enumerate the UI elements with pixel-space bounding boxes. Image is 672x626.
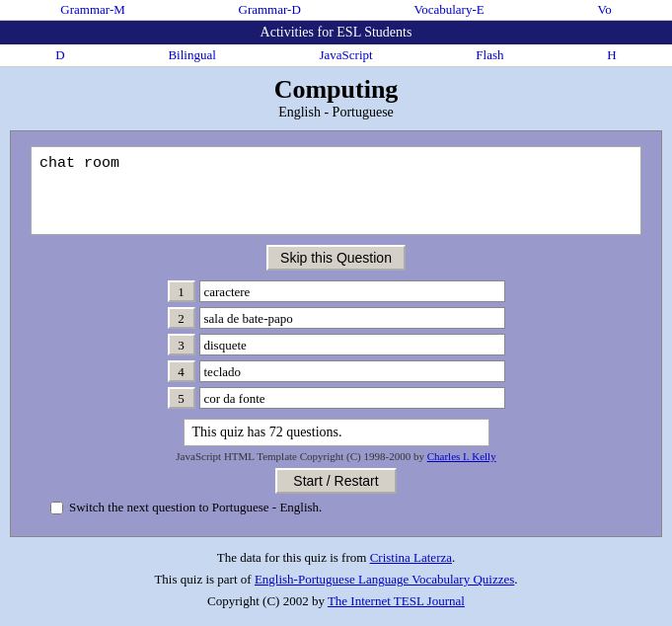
answer-text-5[interactable]: cor da fonte xyxy=(199,387,505,409)
answers-section: 1 caractere 2 sala de bate-papo 3 disque… xyxy=(31,280,641,409)
answer-row-1: 1 caractere xyxy=(168,280,505,302)
switch-row: Switch the next question to Portuguese -… xyxy=(50,500,622,515)
answer-text-1[interactable]: caractere xyxy=(199,280,505,302)
skip-button-row: Skip this Question xyxy=(31,245,641,271)
answer-button-3[interactable]: 3 xyxy=(168,334,195,355)
switch-checkbox[interactable] xyxy=(50,502,63,514)
copyright-author-link[interactable]: Charles I. Kelly xyxy=(427,450,496,462)
footer-period-2: . xyxy=(514,572,517,587)
topnav-vocabulary-e[interactable]: Vocabulary-E xyxy=(413,2,484,18)
footer-line-1: The data for this quiz is from Cristina … xyxy=(0,547,672,569)
footer-author-link[interactable]: Cristina Laterza xyxy=(370,550,452,565)
answer-row-3: 3 disquete xyxy=(168,334,505,355)
subnav-h[interactable]: H xyxy=(607,47,616,63)
answer-row-4: 4 teclado xyxy=(168,360,505,382)
footer-line-2: This quiz is part of English-Portuguese … xyxy=(0,569,672,590)
title-bar: Activities for ESL Students xyxy=(0,21,672,44)
clue-textarea[interactable]: chat room xyxy=(31,146,641,235)
answer-row-5: 5 cor da fonte xyxy=(168,387,505,409)
footer-period: . xyxy=(452,550,455,565)
quiz-info-box: This quiz has 72 questions. xyxy=(184,419,489,446)
site-title: Activities for ESL Students xyxy=(261,25,412,39)
footer-copyright-pre: Copyright (C) 2002 by xyxy=(207,593,328,608)
topnav-grammar-m[interactable]: Grammar-M xyxy=(60,2,124,18)
answer-button-2[interactable]: 2 xyxy=(168,307,195,329)
footer-line-3: Copyright (C) 2002 by The Internet TESL … xyxy=(0,590,672,612)
answer-text-3[interactable]: disquete xyxy=(199,334,505,355)
answer-text-4[interactable]: teclado xyxy=(199,360,505,382)
start-button-row: Start / Restart xyxy=(31,468,641,494)
footer-pre-2: This quiz is part of xyxy=(154,572,254,587)
footer-journal-link[interactable]: The Internet TESL Journal xyxy=(328,593,465,608)
subnav-flash[interactable]: Flash xyxy=(476,47,503,63)
topnav-vo[interactable]: Vo xyxy=(597,2,611,18)
subnav-bilingual[interactable]: Bilingual xyxy=(168,47,215,63)
subnav-d[interactable]: D xyxy=(55,47,64,63)
subnav-javascript[interactable]: JavaScript xyxy=(320,47,373,63)
sub-navigation: D Bilingual JavaScript Flash H xyxy=(0,44,672,67)
footer-section: The data for this quiz is from Cristina … xyxy=(0,547,672,612)
quiz-info-text: This quiz has 72 questions. xyxy=(192,425,342,439)
page-title: Computing xyxy=(0,75,672,105)
answer-button-4[interactable]: 4 xyxy=(168,360,195,382)
template-copyright: JavaScript HTML Template Copyright (C) 1… xyxy=(31,450,641,462)
answer-button-1[interactable]: 1 xyxy=(168,280,195,302)
answer-button-5[interactable]: 5 xyxy=(168,387,195,409)
start-button[interactable]: Start / Restart xyxy=(275,468,396,494)
top-navigation: Grammar-M Grammar-D Vocabulary-E Vo xyxy=(0,0,672,21)
page-subtitle: English - Portuguese xyxy=(0,105,672,120)
topnav-grammar-d[interactable]: Grammar-D xyxy=(239,2,301,18)
footer-quiz-link[interactable]: English-Portuguese Language Vocabulary Q… xyxy=(255,572,514,587)
copyright-pre: JavaScript HTML Template Copyright (C) 1… xyxy=(176,450,426,462)
footer-pre-1: The data for this quiz is from xyxy=(217,550,370,565)
answer-text-2[interactable]: sala de bate-papo xyxy=(199,307,505,329)
skip-button[interactable]: Skip this Question xyxy=(266,245,406,271)
switch-label: Switch the next question to Portuguese -… xyxy=(69,500,322,515)
quiz-container: chat room Skip this Question 1 caractere… xyxy=(10,130,662,537)
answer-row-2: 2 sala de bate-papo xyxy=(168,307,505,329)
